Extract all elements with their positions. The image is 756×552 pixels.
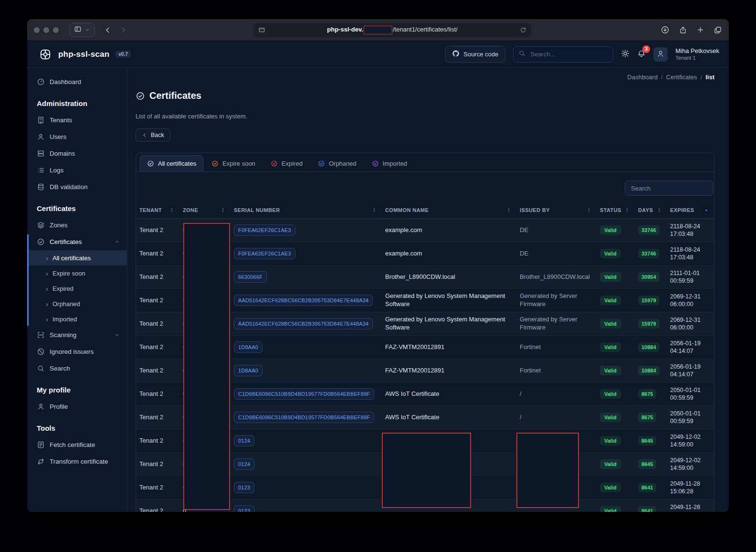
sort-desc-icon[interactable] xyxy=(704,207,709,213)
page-settings-icon[interactable] xyxy=(258,26,265,33)
days-badge: 30954 xyxy=(638,272,660,282)
sidebar-toggle-button[interactable] xyxy=(69,23,95,37)
notifications-button[interactable]: 3 xyxy=(637,49,646,60)
cell-serial: 1D8AA0 xyxy=(231,339,382,355)
sidebar-item-users[interactable]: Users xyxy=(27,128,127,145)
sort-icon[interactable] xyxy=(371,207,377,213)
breadcrumb-dashboard[interactable]: Dashboard xyxy=(627,74,658,81)
sidebar-item-fetch-certificate[interactable]: Fetch certificate xyxy=(27,436,127,453)
column-header-common-name[interactable]: COMMON NAME xyxy=(382,207,516,213)
sidebar-item-transform-certificate[interactable]: Transform certificate xyxy=(27,453,127,470)
dashboard-icon xyxy=(37,78,45,86)
serial-number-chip[interactable]: 6630066F xyxy=(234,271,267,283)
column-header-zone[interactable]: ZONE xyxy=(179,207,231,213)
share-icon[interactable] xyxy=(679,26,687,34)
new-tab-icon[interactable] xyxy=(696,26,704,34)
cell-common-name: Brother_L8900CDW.local xyxy=(382,271,516,284)
column-header-tenant[interactable]: TENANT xyxy=(136,207,179,213)
sidebar-item-domains[interactable]: Domains xyxy=(27,145,127,162)
tab-orphaned[interactable]: Orphaned xyxy=(311,155,364,171)
days-badge: 8641 xyxy=(638,506,656,512)
tab-overview-icon[interactable] xyxy=(714,26,722,34)
breadcrumb-certificates[interactable]: Certificates xyxy=(666,74,697,81)
tab-expire-soon[interactable]: Expire soon xyxy=(204,155,262,171)
serial-number-chip[interactable]: 1D8AA0 xyxy=(234,365,262,376)
minimize-window-button[interactable] xyxy=(43,27,49,33)
downloads-icon[interactable] xyxy=(661,25,670,34)
sidebar-item-profile[interactable]: Profile xyxy=(27,398,127,415)
serial-number-chip[interactable]: 0124 xyxy=(234,435,254,446)
sort-icon[interactable] xyxy=(169,207,175,213)
zoom-window-button[interactable] xyxy=(53,27,59,33)
cell-common-name: Generated by Lenovo System Management So… xyxy=(382,290,516,311)
zones-icon xyxy=(37,221,45,229)
user-block[interactable]: Miha Petkovsek Tenant 1 xyxy=(675,47,719,62)
close-window-button[interactable] xyxy=(34,27,40,33)
sidebar-section-my-profile: My profile xyxy=(27,377,127,398)
status-badge: Valid xyxy=(600,296,621,305)
serial-number-chip[interactable]: AAD51642ECF628BC56CB2B395753D84E7E448A34 xyxy=(234,318,373,329)
column-header-status[interactable]: STATUS xyxy=(597,207,635,213)
sidebar-subitem-orphaned[interactable]: ›Orphaned xyxy=(27,296,127,311)
cell-tenant: Tenant 2 xyxy=(136,271,179,284)
column-header-issued-by[interactable]: ISSUED BY xyxy=(516,207,597,213)
cell-expires: 2056-01-19 04:14:07 xyxy=(667,361,714,381)
sidebar-subitem-expired[interactable]: ›Expired xyxy=(27,281,127,296)
sidebar-subitem-all-certificates[interactable]: ›All certificates xyxy=(27,250,127,265)
sidebar-item-tenants[interactable]: Tenants xyxy=(27,112,127,128)
status-badge: Valid xyxy=(600,506,621,512)
serial-number-chip[interactable]: 0123 xyxy=(234,482,254,493)
column-header-expires[interactable]: EXPIRES xyxy=(667,207,714,213)
sort-icon[interactable] xyxy=(656,207,662,213)
sidebar-item-db-validation[interactable]: DB validation xyxy=(27,179,127,195)
chevron-right-icon: › xyxy=(46,270,48,277)
sort-icon[interactable] xyxy=(220,207,226,213)
scanning-icon xyxy=(37,331,45,339)
reload-icon[interactable] xyxy=(520,27,526,33)
table-header-row: TENANTZONESERIAL NUMBERCOMMON NAMEISSUED… xyxy=(136,202,714,219)
serial-number-chip[interactable]: 0124 xyxy=(234,458,254,470)
page-title: Certificates xyxy=(149,90,201,101)
source-code-button[interactable]: Source code xyxy=(445,46,505,63)
sidebar-subitem-imported[interactable]: ›Imported xyxy=(27,311,127,327)
sidebar-item-ignored-issuers[interactable]: Ignored issuers xyxy=(27,343,127,360)
cell-tenant: Tenant 2 xyxy=(136,435,179,447)
serial-number-chip[interactable]: F0FEA62EF26C1AE3 xyxy=(234,224,295,236)
header-search-input[interactable] xyxy=(529,50,608,58)
tab-imported[interactable]: Imported xyxy=(365,155,414,171)
sort-icon[interactable] xyxy=(586,207,592,213)
tab-expired[interactable]: Expired xyxy=(263,155,310,171)
serial-number-chip[interactable]: F0FEA62EF26C1AE3 xyxy=(234,248,295,259)
column-header-days[interactable]: DAYS xyxy=(635,207,667,213)
serial-number-chip[interactable]: C1D9BE6086C510B9D4BD19577FD0B564EBBEF89F xyxy=(234,412,374,423)
address-bar[interactable]: php-ssl-dev./tenant1/certificates/list/ xyxy=(253,23,531,37)
sidebar-item-certificates[interactable]: Certificates xyxy=(27,234,127,250)
sidebar-item-dashboard[interactable]: Dashboard xyxy=(27,74,127,90)
app-name: php-ssl-scan xyxy=(58,50,109,59)
theme-toggle-button[interactable] xyxy=(621,49,630,60)
serial-number-chip[interactable]: 1D8AA0 xyxy=(234,341,262,353)
tab-all-certificates[interactable]: All certificates xyxy=(140,155,203,171)
sidebar-item-scanning[interactable]: Scanning xyxy=(27,327,127,343)
back-nav-button[interactable] xyxy=(104,26,112,34)
days-badge: 10884 xyxy=(638,366,660,375)
avatar[interactable] xyxy=(653,47,668,62)
forward-nav-button[interactable] xyxy=(119,26,127,34)
circle-check-icon xyxy=(372,160,379,167)
table-search-input[interactable] xyxy=(625,180,713,196)
sort-icon[interactable] xyxy=(506,207,512,213)
sidebar-item-zones[interactable]: Zones xyxy=(27,217,127,234)
sidebar-item-logs[interactable]: Logs xyxy=(27,162,127,179)
certificates-card: All certificatesExpire soonExpiredOrphan… xyxy=(136,153,714,512)
sidebar-item-search[interactable]: Search xyxy=(27,360,127,377)
chevron-right-icon: › xyxy=(46,316,48,323)
serial-number-chip[interactable]: 0123 xyxy=(234,505,254,512)
serial-number-chip[interactable]: AAD51642ECF628BC56CB2B395753D84E7E448A34 xyxy=(234,295,373,306)
sort-icon[interactable] xyxy=(624,207,630,213)
cell-serial: C1D9BE6086C510B9D4BD19577FD0B564EBBEF89F xyxy=(231,409,382,425)
cell-common-name: FAZ-VMTM20012891 xyxy=(382,364,516,377)
column-header-serial-number[interactable]: SERIAL NUMBER xyxy=(231,207,382,213)
serial-number-chip[interactable]: C1D9BE6086C510B9D4BD19577FD0B564EBBEF89F xyxy=(234,388,374,400)
sidebar-subitem-expire-soon[interactable]: ›Expire soon xyxy=(27,265,127,281)
back-button[interactable]: Back xyxy=(136,128,170,142)
